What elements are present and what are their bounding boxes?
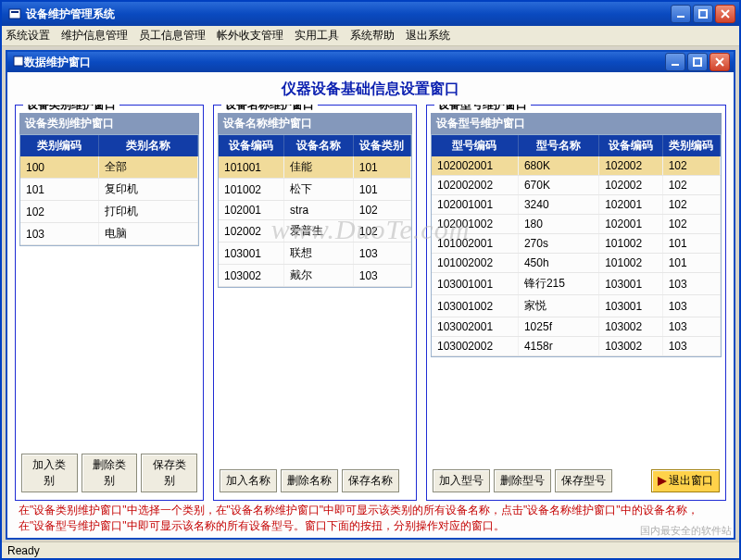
menu-exit[interactable]: 退出系统 (406, 28, 450, 44)
statusbar: Ready (2, 541, 739, 558)
table-row[interactable]: 103电脑 (20, 223, 198, 245)
category-panel: 设备类别维护窗口 设备类别维护窗口 类别编码 类别名称 100全部101复印机1… (15, 105, 204, 501)
table-row[interactable]: 102001stra102 (219, 201, 411, 220)
model-grid[interactable]: 型号编码 型号名称 设备编码 类别编码 102002001680K1020021… (431, 134, 722, 357)
menubar: 系统设置 维护信息管理 员工信息管理 帐外收支管理 实用工具 系统帮助 退出系统 (2, 26, 739, 46)
cell: 100 (20, 156, 98, 179)
cell: 101002 (599, 254, 663, 273)
menu-employee-info[interactable]: 员工信息管理 (139, 28, 206, 44)
child-minimize-button[interactable] (665, 53, 685, 71)
table-row[interactable]: 103002戴尔103 (219, 265, 411, 287)
cell: 101 (353, 179, 410, 201)
cell: 102002 (599, 156, 663, 176)
category-col-name: 类别名称 (98, 135, 197, 156)
svg-marker-11 (658, 477, 667, 486)
cell: 103 (662, 317, 720, 337)
table-row[interactable]: 101002001270s101002101 (432, 234, 721, 254)
table-row[interactable]: 1030020011025f103002103 (432, 317, 721, 337)
cell: 全部 (98, 156, 197, 179)
main-titlebar: 设备维护管理系统 (2, 2, 739, 26)
table-row[interactable]: 102002001680K102002102 (432, 156, 721, 176)
table-row[interactable]: 103001联想103 (219, 243, 411, 265)
delete-model-button[interactable]: 删除型号 (494, 469, 551, 492)
cell: 180 (518, 215, 598, 234)
model-panel: 设备型号维护窗口 设备型号维护窗口 型号编码 型号名称 设备编码 类别编码 (426, 105, 726, 501)
add-device-name-button[interactable]: 加入名称 (220, 469, 277, 492)
device-col-name: 设备名称 (284, 135, 354, 156)
category-legend: 设备类别维护窗口 (23, 105, 119, 113)
table-row[interactable]: 102001002180102001102 (432, 215, 721, 234)
save-category-button[interactable]: 保存类别 (141, 454, 197, 492)
cell: 联想 (284, 243, 354, 265)
menu-tools[interactable]: 实用工具 (295, 28, 339, 44)
cell: 102002002 (432, 176, 518, 195)
maximize-button[interactable] (693, 5, 713, 23)
cell: 102001 (219, 201, 284, 220)
cell: 101 (662, 234, 720, 254)
menu-system-settings[interactable]: 系统设置 (6, 28, 50, 44)
page-title: 仪器设备基础信息设置窗口 (15, 80, 726, 99)
save-model-button[interactable]: 保存型号 (555, 469, 612, 492)
cell: 3240 (518, 195, 598, 215)
child-window: 数据维护窗口 仪器设备基础信息设置窗口 (6, 50, 735, 540)
cell: 电脑 (98, 223, 197, 245)
app-icon (7, 6, 22, 21)
table-row[interactable]: 1020010013240102001102 (432, 195, 721, 215)
save-device-name-button[interactable]: 保存名称 (342, 469, 399, 492)
status-text: Ready (7, 544, 40, 557)
cell: 102002 (219, 220, 284, 243)
delete-device-name-button[interactable]: 删除名称 (281, 469, 338, 492)
table-row[interactable]: 103001002家悦103001103 (432, 295, 721, 317)
cell: 102 (662, 215, 720, 234)
device-name-header: 设备名称维护窗口 (218, 113, 412, 134)
child-close-button[interactable] (710, 53, 730, 71)
cell: 102 (662, 156, 720, 176)
table-row[interactable]: 101002松下101 (219, 179, 411, 201)
main-window: 设备维护管理系统 系统设置 维护信息管理 员工信息管理 帐外收支管理 实用工具 … (0, 0, 741, 560)
menu-help[interactable]: 系统帮助 (350, 28, 395, 44)
cell: 复印机 (98, 179, 197, 201)
device-name-buttons: 加入名称 删除名称 保存名称 (218, 466, 412, 496)
table-row[interactable]: 102002爱普生102 (219, 220, 411, 243)
cell: 103001001 (432, 273, 518, 295)
cell: 102 (353, 220, 410, 243)
cell: 103002 (219, 265, 284, 287)
category-grid[interactable]: 类别编码 类别名称 100全部101复印机102打印机103电脑 (19, 134, 199, 246)
cell: 101001 (219, 156, 284, 179)
child-titlebar: 数据维护窗口 (7, 52, 734, 72)
cell: 爱普生 (284, 220, 354, 243)
add-category-button[interactable]: 加入类别 (21, 454, 78, 492)
close-button[interactable] (715, 5, 735, 23)
table-row[interactable]: 101复印机 (20, 179, 198, 201)
cell: 佳能 (284, 156, 354, 179)
minimize-button[interactable] (671, 5, 691, 23)
cell: 270s (518, 234, 598, 254)
cell: 1025f (518, 317, 598, 337)
table-row[interactable]: 102打印机 (20, 201, 198, 223)
cell: 102 (353, 201, 410, 220)
cell: 670K (518, 176, 598, 195)
table-row[interactable]: 1030020024158r103002103 (432, 337, 721, 356)
menu-maintenance-info[interactable]: 维护信息管理 (61, 28, 128, 44)
cell: 松下 (284, 179, 354, 201)
table-row[interactable]: 101001佳能101 (219, 156, 411, 179)
table-row[interactable]: 101002002450h101002101 (432, 254, 721, 273)
child-maximize-button[interactable] (687, 53, 708, 71)
columns: 设备类别维护窗口 设备类别维护窗口 类别编码 类别名称 100全部101复印机1… (15, 105, 726, 501)
delete-category-button[interactable]: 删除类别 (82, 454, 138, 492)
cell: 102001002 (432, 215, 518, 234)
menu-account-io[interactable]: 帐外收支管理 (217, 28, 283, 44)
add-model-button[interactable]: 加入型号 (433, 469, 490, 492)
cell: 103 (353, 265, 410, 287)
cell: 锋行215 (518, 273, 598, 295)
device-name-grid[interactable]: 设备编码 设备名称 设备类别 101001佳能101101002松下101102… (218, 134, 412, 288)
table-row[interactable]: 103001001锋行215103001103 (432, 273, 721, 295)
svg-rect-6 (14, 56, 23, 66)
child-body: 仪器设备基础信息设置窗口 设备类别维护窗口 设备类别维护窗口 类别编码 类别名称 (7, 72, 734, 538)
svg-rect-7 (672, 64, 679, 66)
cell: 102001001 (432, 195, 518, 215)
device-name-legend: 设备名称维护窗口 (221, 105, 318, 113)
table-row[interactable]: 100全部 (20, 156, 198, 179)
table-row[interactable]: 102002002670K102002102 (432, 176, 721, 195)
exit-window-button[interactable]: 退出窗口 (651, 469, 720, 492)
